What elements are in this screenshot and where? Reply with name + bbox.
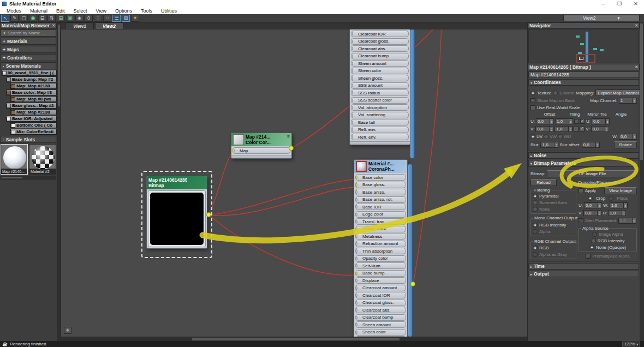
output-socket-icon[interactable]: [289, 146, 294, 151]
jitter-spinner[interactable]: 1,0: [618, 218, 636, 224]
input-slot[interactable]: SSS scatter color: [351, 97, 409, 104]
close-icon[interactable]: ✕: [52, 23, 55, 28]
material-by-selection-icon[interactable]: ▤: [122, 15, 130, 22]
input-slot[interactable]: Clearcoat bump: [355, 314, 406, 321]
input-socket-icon[interactable]: [355, 198, 357, 202]
crop-w-spinner[interactable]: 1,0: [610, 202, 628, 208]
input-slot[interactable]: Base color: [355, 174, 406, 181]
rgb-radio[interactable]: [533, 246, 538, 250]
input-socket-icon[interactable]: [351, 54, 353, 58]
spinner-arrows-icon[interactable]: [568, 127, 572, 131]
spinner-arrows-icon[interactable]: [632, 218, 636, 223]
spinner-arrows-icon[interactable]: [633, 134, 636, 139]
pan-tool-icon[interactable]: ✛: [64, 327, 71, 334]
input-socket-icon[interactable]: [351, 120, 353, 124]
mono-rgb-intensity-radio[interactable]: [533, 223, 538, 228]
input-slot[interactable]: Sheen amount: [351, 60, 409, 67]
tree-item-color-map[interactable]: Map: Map #8 (wo: [10, 96, 57, 102]
crop-h-spinner[interactable]: 1,0: [608, 210, 626, 216]
input-slot[interactable]: SSS radius: [351, 89, 409, 96]
spinner-arrows-icon[interactable]: [595, 142, 599, 147]
input-slot-map[interactable]: Map: [232, 147, 290, 154]
input-socket-icon[interactable]: [351, 113, 353, 117]
tile-v-checkbox[interactable]: [580, 127, 585, 131]
select-tool-icon[interactable]: ↖: [1, 15, 9, 22]
input-slot[interactable]: Sheen color: [351, 68, 409, 74]
alpha-as-gray-radio[interactable]: [533, 252, 538, 257]
move-children-icon[interactable]: ⇅: [47, 15, 56, 22]
blur-spinner[interactable]: 1,0: [540, 142, 558, 148]
sample-slot-material2[interactable]: Material #2: [29, 144, 56, 175]
input-socket-icon[interactable]: [351, 32, 353, 36]
tiling-u-spinner[interactable]: 1,0: [555, 118, 573, 124]
premultiplied-alpha-checkbox[interactable]: [586, 254, 591, 259]
sample-slot-map[interactable]: Map #2140...: [1, 144, 28, 175]
restore-button[interactable]: ❐: [611, 1, 628, 7]
mapping-dropdown[interactable]: Explicit Map Channel ▾: [595, 89, 640, 96]
mirror-u-checkbox[interactable]: [574, 119, 579, 124]
browser-header[interactable]: Material/Map Browser ✕: [0, 22, 57, 29]
node-header[interactable]: Map #2140614285 Bitmap: [147, 176, 207, 189]
spinner-arrows-icon[interactable]: [549, 127, 553, 131]
input-socket-icon[interactable]: [351, 135, 353, 139]
alpha-rgb-intensity-radio[interactable]: [591, 238, 596, 243]
input-slot[interactable]: Self-illum.: [355, 262, 406, 269]
input-socket-icon[interactable]: [355, 315, 357, 320]
menu-item[interactable]: Modes: [2, 8, 26, 14]
blur-offset-spinner[interactable]: 0,0: [582, 142, 600, 148]
input-socket-icon[interactable]: [355, 264, 357, 268]
input-socket-icon[interactable]: [351, 69, 353, 73]
browser-scrollbar[interactable]: [57, 22, 61, 341]
node-corner-icon[interactable]: ≡: [287, 134, 290, 139]
spinner-arrows-icon[interactable]: [598, 203, 601, 208]
tree-item-wood-material[interactable]: 00_wood_9511_fine ( (: [2, 70, 57, 76]
input-slot[interactable]: Vol. scattering: [351, 112, 409, 118]
input-slot[interactable]: Metalness: [355, 233, 406, 240]
input-socket-icon[interactable]: [351, 91, 353, 95]
layout-all-horizontal-icon[interactable]: ∷: [103, 15, 111, 22]
input-socket-icon[interactable]: [355, 271, 357, 276]
input-socket-icon[interactable]: [355, 322, 357, 327]
layout-all-vertical-icon[interactable]: ⋮: [94, 15, 102, 22]
menu-item[interactable]: Select: [69, 8, 92, 14]
node-header[interactable]: Map #214... Color Cor... ≡: [231, 133, 291, 146]
menu-item[interactable]: Utilities: [157, 8, 181, 14]
close-button[interactable]: ✕: [628, 1, 644, 7]
input-slot[interactable]: Base bump: [355, 270, 406, 277]
output-socket-icon[interactable]: [410, 282, 415, 286]
node-scrollbar[interactable]: [408, 164, 413, 337]
uv-radio[interactable]: [530, 134, 535, 139]
active-view-selector[interactable]: View2 ▾: [563, 15, 640, 21]
input-socket-icon[interactable]: [355, 249, 357, 253]
input-slot[interactable]: Displace: [355, 277, 406, 284]
spinner-arrows-icon[interactable]: [569, 119, 573, 124]
input-slot[interactable]: Base tail: [351, 119, 409, 125]
section-sample-slots[interactable]: - Sample Slots: [1, 136, 56, 143]
input-slot[interactable]: Clearcoat IOR: [355, 292, 406, 298]
summed-area-radio[interactable]: [533, 200, 538, 205]
input-slot[interactable]: Vol. absorption: [351, 104, 409, 111]
input-socket-icon[interactable]: [355, 205, 357, 209]
input-socket-icon[interactable]: [355, 330, 357, 334]
menu-item[interactable]: View: [92, 8, 111, 14]
tree-item-bump-map[interactable]: Map: Map #2138: [10, 83, 57, 89]
environ-radio[interactable]: [553, 91, 558, 95]
close-icon[interactable]: ✕: [635, 23, 638, 28]
input-socket-icon[interactable]: [355, 175, 357, 180]
tree-item-mix[interactable]: Mix: ColorReflecti: [10, 129, 57, 135]
input-slot[interactable]: Base gloss.: [355, 182, 406, 188]
angle-v-spinner[interactable]: 0,0: [591, 126, 609, 132]
input-slot[interactable]: Sheen amount: [355, 321, 406, 328]
input-socket-icon[interactable]: [355, 308, 357, 312]
input-slot[interactable]: Base IOR: [355, 204, 406, 210]
section-scene-materials[interactable]: - Scene Materials: [1, 62, 56, 69]
input-socket-icon[interactable]: [351, 98, 353, 103]
map-channel-spinner[interactable]: 1: [619, 98, 637, 104]
use-real-world-scale-checkbox[interactable]: [530, 105, 535, 110]
input-slot[interactable]: Clearcoat amount: [355, 285, 406, 291]
spinner-arrows-icon[interactable]: [622, 211, 625, 216]
tab-view1[interactable]: View1: [65, 22, 94, 29]
input-slot[interactable]: Thin absorption: [355, 248, 406, 254]
input-slot[interactable]: Clearcoat IOR: [351, 31, 409, 37]
vw-radio[interactable]: [544, 134, 548, 139]
